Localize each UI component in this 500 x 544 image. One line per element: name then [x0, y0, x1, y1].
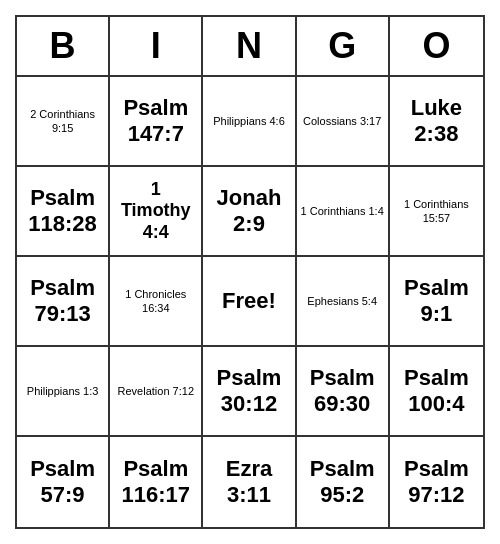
cell-text-14: Psalm 9:1	[394, 275, 479, 328]
cell-text-22: Ezra 3:11	[207, 456, 290, 509]
bingo-cell-2: Philippians 4:6	[203, 77, 296, 167]
bingo-cell-15: Philippians 1:3	[17, 347, 110, 437]
header-letter-n: N	[203, 17, 296, 75]
bingo-cell-5: Psalm 118:28	[17, 167, 110, 257]
cell-text-19: Psalm 100:4	[394, 365, 479, 418]
cell-text-12: Free!	[222, 288, 276, 314]
bingo-cell-12: Free!	[203, 257, 296, 347]
cell-text-18: Psalm 69:30	[301, 365, 384, 418]
cell-text-0: 2 Corinthians 9:15	[21, 107, 104, 136]
bingo-cell-10: Psalm 79:13	[17, 257, 110, 347]
bingo-cell-23: Psalm 95:2	[297, 437, 390, 527]
header-letter-i: I	[110, 17, 203, 75]
cell-text-8: 1 Corinthians 1:4	[301, 204, 384, 218]
bingo-cell-4: Luke 2:38	[390, 77, 483, 167]
bingo-cell-16: Revelation 7:12	[110, 347, 203, 437]
bingo-cell-3: Colossians 3:17	[297, 77, 390, 167]
header-letter-o: O	[390, 17, 483, 75]
bingo-cell-20: Psalm 57:9	[17, 437, 110, 527]
bingo-grid: 2 Corinthians 9:15Psalm 147:7Philippians…	[17, 77, 483, 527]
bingo-cell-0: 2 Corinthians 9:15	[17, 77, 110, 167]
bingo-cell-13: Ephesians 5:4	[297, 257, 390, 347]
bingo-cell-11: 1 Chronicles 16:34	[110, 257, 203, 347]
cell-text-4: Luke 2:38	[394, 95, 479, 148]
cell-text-23: Psalm 95:2	[301, 456, 384, 509]
bingo-cell-19: Psalm 100:4	[390, 347, 483, 437]
bingo-cell-1: Psalm 147:7	[110, 77, 203, 167]
bingo-cell-22: Ezra 3:11	[203, 437, 296, 527]
cell-text-17: Psalm 30:12	[207, 365, 290, 418]
cell-text-7: Jonah 2:9	[207, 185, 290, 238]
cell-text-3: Colossians 3:17	[303, 114, 381, 128]
bingo-cell-18: Psalm 69:30	[297, 347, 390, 437]
cell-text-1: Psalm 147:7	[114, 95, 197, 148]
cell-text-15: Philippians 1:3	[27, 384, 99, 398]
header-letter-b: B	[17, 17, 110, 75]
cell-text-24: Psalm 97:12	[394, 456, 479, 509]
cell-text-20: Psalm 57:9	[21, 456, 104, 509]
cell-text-21: Psalm 116:17	[114, 456, 197, 509]
bingo-header: BINGO	[17, 17, 483, 77]
cell-text-6: 1 Timothy 4:4	[114, 179, 197, 244]
cell-text-5: Psalm 118:28	[21, 185, 104, 238]
cell-text-10: Psalm 79:13	[21, 275, 104, 328]
bingo-card: BINGO 2 Corinthians 9:15Psalm 147:7Phili…	[15, 15, 485, 529]
cell-text-2: Philippians 4:6	[213, 114, 285, 128]
bingo-cell-14: Psalm 9:1	[390, 257, 483, 347]
header-letter-g: G	[297, 17, 390, 75]
bingo-cell-6: 1 Timothy 4:4	[110, 167, 203, 257]
bingo-cell-8: 1 Corinthians 1:4	[297, 167, 390, 257]
bingo-cell-24: Psalm 97:12	[390, 437, 483, 527]
cell-text-16: Revelation 7:12	[118, 384, 194, 398]
cell-text-13: Ephesians 5:4	[307, 294, 377, 308]
cell-text-9: 1 Corinthians 15:57	[394, 197, 479, 226]
cell-text-11: 1 Chronicles 16:34	[114, 287, 197, 316]
bingo-cell-7: Jonah 2:9	[203, 167, 296, 257]
bingo-cell-9: 1 Corinthians 15:57	[390, 167, 483, 257]
bingo-cell-17: Psalm 30:12	[203, 347, 296, 437]
bingo-cell-21: Psalm 116:17	[110, 437, 203, 527]
